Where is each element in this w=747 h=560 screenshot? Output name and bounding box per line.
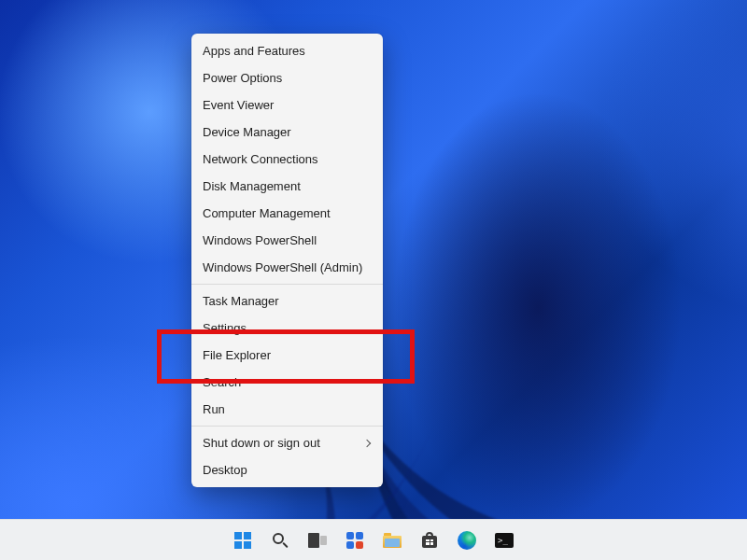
start-icon: [234, 532, 251, 549]
menu-item-apps-and-features[interactable]: Apps and Features: [191, 37, 383, 64]
menu-item-label: Computer Management: [203, 206, 331, 220]
menu-item-power-options[interactable]: Power Options: [191, 64, 383, 91]
menu-item-label: Desktop: [203, 463, 247, 477]
microsoft-store-icon: [421, 532, 438, 549]
menu-item-run[interactable]: Run: [191, 396, 383, 423]
chevron-right-icon: [363, 439, 371, 446]
menu-item-label: Settings: [203, 321, 247, 335]
edge-icon: [458, 531, 476, 550]
menu-item-label: Device Manager: [203, 125, 291, 139]
start-button[interactable]: [230, 527, 256, 553]
menu-item-label: Run: [203, 402, 225, 416]
widgets-icon: [346, 532, 363, 549]
menu-item-label: Task Manager: [203, 294, 279, 308]
task-view-icon: [308, 533, 327, 548]
menu-item-file-explorer[interactable]: File Explorer: [191, 342, 383, 369]
menu-separator: [191, 426, 383, 427]
menu-item-task-manager[interactable]: Task Manager: [191, 287, 383, 315]
menu-item-windows-powershell-admin[interactable]: Windows PowerShell (Admin): [191, 254, 383, 281]
menu-item-label: Power Options: [203, 71, 282, 85]
menu-item-label: Event Viewer: [203, 98, 274, 112]
search-button[interactable]: [267, 527, 293, 553]
menu-item-label: File Explorer: [203, 348, 271, 362]
desktop: Apps and Features Power Options Event Vi…: [0, 0, 747, 560]
menu-item-settings[interactable]: Settings: [191, 315, 383, 342]
menu-item-label: Windows PowerShell (Admin): [203, 260, 362, 274]
file-explorer-button[interactable]: [379, 527, 405, 553]
microsoft-store-button[interactable]: [416, 527, 443, 553]
menu-item-search[interactable]: Search: [191, 369, 383, 396]
menu-item-label: Windows PowerShell: [203, 233, 317, 247]
menu-item-computer-management[interactable]: Computer Management: [191, 200, 383, 227]
task-view-button[interactable]: [304, 527, 331, 553]
terminal-button[interactable]: [491, 527, 517, 553]
menu-item-device-manager[interactable]: Device Manager: [191, 119, 383, 146]
winx-context-menu: Apps and Features Power Options Event Vi…: [191, 34, 383, 487]
taskbar: [0, 519, 747, 560]
terminal-icon: [495, 533, 514, 548]
menu-item-label: Disk Management: [203, 179, 301, 193]
menu-item-label: Network Connections: [203, 152, 318, 166]
menu-item-label: Apps and Features: [203, 44, 305, 58]
menu-item-disk-management[interactable]: Disk Management: [191, 173, 383, 200]
menu-item-shut-down-or-sign-out[interactable]: Shut down or sign out: [191, 429, 383, 456]
menu-item-desktop[interactable]: Desktop: [191, 456, 383, 483]
file-explorer-icon: [383, 533, 402, 548]
widgets-button[interactable]: [342, 527, 368, 553]
search-icon: [272, 532, 289, 549]
menu-separator: [191, 284, 383, 285]
menu-item-windows-powershell[interactable]: Windows PowerShell: [191, 227, 383, 254]
menu-item-network-connections[interactable]: Network Connections: [191, 146, 383, 173]
edge-button[interactable]: [454, 527, 480, 553]
menu-item-label: Search: [203, 375, 241, 389]
menu-item-event-viewer[interactable]: Event Viewer: [191, 91, 383, 119]
menu-item-label: Shut down or sign out: [203, 436, 320, 450]
